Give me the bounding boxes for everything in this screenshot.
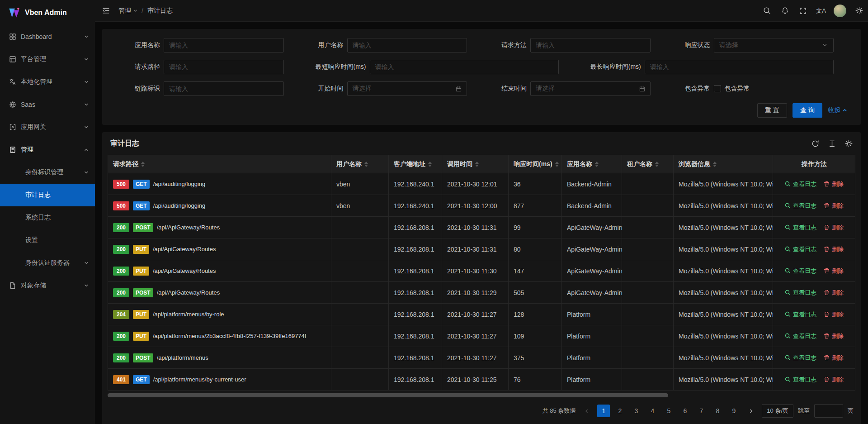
- min-response-time-input[interactable]: [370, 60, 559, 74]
- delete-button[interactable]: 删除: [824, 376, 844, 384]
- sidebar-item-system-log[interactable]: 系统日志: [0, 206, 95, 229]
- settings-gear-icon[interactable]: [850, 0, 868, 22]
- request-path-input[interactable]: [164, 60, 284, 74]
- bell-icon[interactable]: [776, 0, 794, 22]
- page-number-button[interactable]: 1: [597, 405, 610, 417]
- page-number-button[interactable]: 9: [727, 405, 740, 417]
- delete-button[interactable]: 删除: [824, 289, 844, 297]
- reset-button[interactable]: 重 置: [757, 103, 787, 118]
- col-header-app-name[interactable]: 应用名称: [562, 155, 622, 173]
- cell-app-name: Platform: [562, 369, 622, 391]
- view-log-button[interactable]: 查看日志: [785, 376, 816, 384]
- column-height-icon[interactable]: [828, 140, 836, 148]
- chevron-down-icon: [84, 125, 89, 129]
- filter-user-name: 用户名称: [298, 38, 482, 52]
- max-response-time-input[interactable]: [645, 60, 834, 74]
- col-header-browser-info[interactable]: 浏览器信息: [674, 155, 773, 173]
- sidebar: Vben Admin Dashboard 平台管理: [0, 0, 95, 424]
- response-status-select[interactable]: 请选择: [714, 38, 834, 52]
- view-log-button[interactable]: 查看日志: [785, 310, 816, 319]
- translate-icon[interactable]: 文A: [812, 0, 830, 22]
- view-log-button[interactable]: 查看日志: [785, 180, 816, 188]
- view-log-button[interactable]: 查看日志: [785, 245, 816, 253]
- view-log-button[interactable]: 查看日志: [785, 224, 816, 232]
- page-number-button[interactable]: 8: [711, 405, 724, 417]
- table-settings-icon[interactable]: [845, 140, 853, 148]
- page-number-button[interactable]: 4: [646, 405, 659, 417]
- sidebar-item-auth-server[interactable]: 身份认证服务器: [0, 252, 95, 274]
- sidebar-item-saas[interactable]: Saas: [0, 93, 95, 116]
- include-exception-checkbox[interactable]: [714, 85, 721, 92]
- fullscreen-icon[interactable]: [794, 0, 812, 22]
- cell-request-path: 500 GET /api/auditing/logging: [108, 195, 331, 217]
- view-log-button[interactable]: 查看日志: [785, 267, 816, 275]
- sidebar-item-audit-log[interactable]: 审计日志: [0, 184, 95, 206]
- cell-browser-info: Mozilla/5.0 (Windows NT 10.0; Win: [674, 347, 773, 369]
- page-size-select[interactable]: 10 条/页: [762, 404, 793, 418]
- col-header-response-time[interactable]: 响应时间(ms): [509, 155, 562, 173]
- delete-button[interactable]: 删除: [824, 332, 844, 340]
- sidebar-item-platform-management[interactable]: 平台管理: [0, 48, 95, 71]
- avatar[interactable]: [834, 5, 846, 17]
- delete-button[interactable]: 删除: [824, 202, 844, 210]
- sort-icon: [364, 162, 368, 167]
- sidebar-item-app-gateway[interactable]: 应用网关: [0, 116, 95, 138]
- user-name-input[interactable]: [347, 38, 467, 52]
- sidebar-item-settings[interactable]: 设置: [0, 229, 95, 252]
- query-button[interactable]: 查 询: [793, 103, 822, 118]
- sidebar-item-identity-management[interactable]: 身份标识管理: [0, 161, 95, 184]
- view-log-button[interactable]: 查看日志: [785, 354, 816, 362]
- collapse-link[interactable]: 收起: [828, 106, 848, 114]
- request-path-text: /api/ApiGateway/Routes: [157, 224, 220, 231]
- jump-page-input[interactable]: [814, 404, 843, 418]
- start-time-datepicker[interactable]: 请选择: [347, 81, 467, 96]
- delete-button[interactable]: 删除: [824, 245, 844, 253]
- menu-fold-icon[interactable]: [95, 0, 117, 22]
- col-header-request-path[interactable]: 请求路径: [108, 155, 331, 173]
- view-log-button[interactable]: 查看日志: [785, 332, 816, 340]
- logo[interactable]: Vben Admin: [0, 0, 95, 25]
- http-method-input[interactable]: [530, 38, 651, 52]
- col-header-client-address[interactable]: 客户端地址: [389, 155, 442, 173]
- cell-user-name: [331, 217, 389, 238]
- delete-button[interactable]: 删除: [824, 267, 844, 275]
- delete-button[interactable]: 删除: [824, 354, 844, 362]
- audit-log-panel: 审计日志 请求路径: [102, 132, 861, 424]
- sidebar-item-management[interactable]: 管理: [0, 138, 95, 161]
- delete-button[interactable]: 删除: [824, 310, 844, 319]
- trash-icon: [824, 290, 830, 295]
- cell-actions: 查看日志 删除: [773, 217, 855, 238]
- view-log-button[interactable]: 查看日志: [785, 202, 816, 210]
- search-icon[interactable]: [758, 0, 776, 22]
- breadcrumb-separator: /: [142, 7, 143, 14]
- col-header-user-name[interactable]: 用户名称: [331, 155, 389, 173]
- cell-browser-info: Mozilla/5.0 (Windows NT 10.0; Win: [674, 369, 773, 391]
- filter-form: 应用名称 用户名称 请求方法 响应状态 请选择: [115, 38, 848, 96]
- view-log-button[interactable]: 查看日志: [785, 289, 816, 297]
- page-number-button[interactable]: 6: [679, 405, 691, 417]
- sidebar-item-object-storage[interactable]: 对象存储: [0, 274, 95, 297]
- refresh-icon[interactable]: [811, 140, 819, 148]
- page-number-button[interactable]: 3: [630, 405, 642, 417]
- trace-id-input[interactable]: [164, 81, 284, 96]
- method-badge: POST: [133, 353, 153, 362]
- prev-page-button[interactable]: [580, 405, 593, 417]
- cell-response-time: 877: [509, 195, 562, 217]
- next-page-button[interactable]: [745, 405, 757, 417]
- breadcrumb-parent[interactable]: 管理: [118, 7, 137, 15]
- page-number-button[interactable]: 2: [613, 405, 626, 417]
- col-header-tenant-name[interactable]: 租户名称: [622, 155, 674, 173]
- scrollbar-thumb[interactable]: [108, 393, 668, 397]
- cell-client-address: 192.168.208.1: [389, 347, 442, 369]
- sidebar-item-localization-management[interactable]: 本地化管理: [0, 71, 95, 93]
- end-time-datepicker[interactable]: 请选择: [530, 81, 651, 96]
- app-name-input[interactable]: [164, 38, 284, 52]
- sort-icon: [655, 162, 659, 167]
- page-number-button[interactable]: 5: [662, 405, 675, 417]
- col-header-call-time[interactable]: 调用时间: [442, 155, 509, 173]
- sidebar-item-dashboard[interactable]: Dashboard: [0, 25, 95, 48]
- filter-label: 响应状态: [665, 41, 710, 49]
- page-number-button[interactable]: 7: [695, 405, 708, 417]
- delete-button[interactable]: 删除: [824, 180, 844, 188]
- delete-button[interactable]: 删除: [824, 224, 844, 232]
